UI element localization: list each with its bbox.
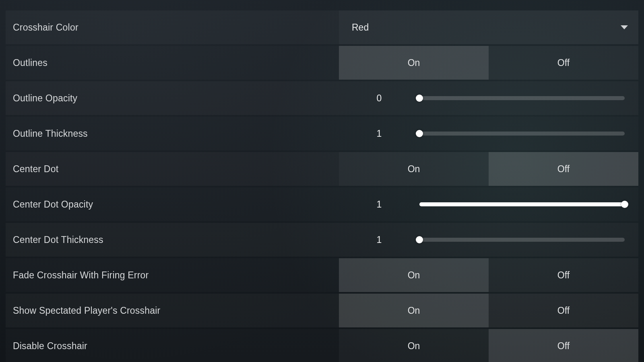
disable-crosshair-toggle-on[interactable]: On	[339, 329, 489, 362]
slider-value: 1	[339, 234, 419, 245]
fade-crosshair-toggle-on[interactable]: On	[339, 258, 489, 292]
setting-controls: OnOff	[339, 152, 638, 186]
setting-row-center-dot-thickness: Center Dot Thickness1	[6, 223, 638, 257]
setting-controls: 1	[339, 187, 638, 221]
slider-thumb[interactable]	[416, 236, 423, 243]
outline-thickness-slider[interactable]: 1	[339, 117, 638, 150]
setting-controls: OnOff	[339, 46, 638, 80]
slider-track[interactable]	[419, 202, 638, 206]
center-dot-toggle-on[interactable]: On	[339, 152, 489, 186]
setting-controls: OnOff	[339, 258, 638, 292]
show-spectated-toggle-on[interactable]: On	[339, 294, 489, 327]
slider-track[interactable]	[419, 132, 638, 136]
setting-row-center-dot: Center DotOnOff	[6, 152, 638, 186]
setting-controls: 1	[339, 117, 638, 150]
setting-row-fade-crosshair: Fade Crosshair With Firing ErrorOnOff	[6, 258, 638, 292]
setting-label: Center Dot	[6, 152, 339, 186]
setting-label: Outline Thickness	[6, 117, 339, 150]
setting-controls: OnOff	[339, 329, 638, 362]
setting-row-crosshair-color: Crosshair ColorRed	[6, 10, 638, 44]
slider-fill	[419, 202, 625, 206]
center-dot-toggle-off[interactable]: Off	[489, 152, 638, 186]
setting-row-disable-crosshair: Disable CrosshairOnOff	[6, 329, 638, 362]
outlines-toggle-off[interactable]: Off	[489, 46, 638, 80]
setting-row-show-spectated: Show Spectated Player's CrosshairOnOff	[6, 294, 638, 327]
setting-controls: 0	[339, 81, 638, 115]
setting-row-center-dot-opacity: Center Dot Opacity1	[6, 187, 638, 221]
disable-crosshair-toggle-off[interactable]: Off	[489, 329, 638, 362]
setting-controls: OnOff	[339, 294, 638, 327]
crosshair-color-dropdown[interactable]: Red	[339, 10, 638, 44]
slider-value: 0	[339, 93, 419, 104]
setting-label: Center Dot Opacity	[6, 187, 339, 221]
slider-value: 1	[339, 128, 419, 139]
chevron-down-icon	[621, 25, 628, 29]
outlines-toggle-on[interactable]: On	[339, 46, 489, 80]
dropdown-value: Red	[352, 22, 369, 33]
setting-row-outlines: OutlinesOnOff	[6, 46, 638, 80]
slider-track[interactable]	[419, 238, 638, 242]
center-dot-thickness-slider[interactable]: 1	[339, 223, 638, 257]
setting-label: Outline Opacity	[6, 81, 339, 115]
setting-controls: 1	[339, 223, 638, 257]
setting-label: Center Dot Thickness	[6, 223, 339, 257]
slider-value: 1	[339, 199, 419, 210]
setting-row-outline-thickness: Outline Thickness1	[6, 117, 638, 150]
slider-thumb[interactable]	[416, 130, 423, 137]
center-dot-opacity-slider[interactable]: 1	[339, 187, 638, 221]
settings-panel: Crosshair ColorRedOutlinesOnOffOutline O…	[6, 10, 638, 362]
setting-label: Show Spectated Player's Crosshair	[6, 294, 339, 327]
show-spectated-toggle-off[interactable]: Off	[489, 294, 638, 327]
setting-label: Crosshair Color	[6, 10, 339, 44]
setting-controls: Red	[339, 10, 638, 44]
setting-label: Outlines	[6, 46, 339, 80]
fade-crosshair-toggle-off[interactable]: Off	[489, 258, 638, 292]
setting-label: Fade Crosshair With Firing Error	[6, 258, 339, 292]
outline-opacity-slider[interactable]: 0	[339, 81, 638, 115]
slider-track[interactable]	[419, 96, 638, 100]
slider-thumb[interactable]	[416, 95, 423, 102]
slider-thumb[interactable]	[621, 201, 628, 208]
setting-row-outline-opacity: Outline Opacity0	[6, 81, 638, 115]
setting-label: Disable Crosshair	[6, 329, 339, 362]
